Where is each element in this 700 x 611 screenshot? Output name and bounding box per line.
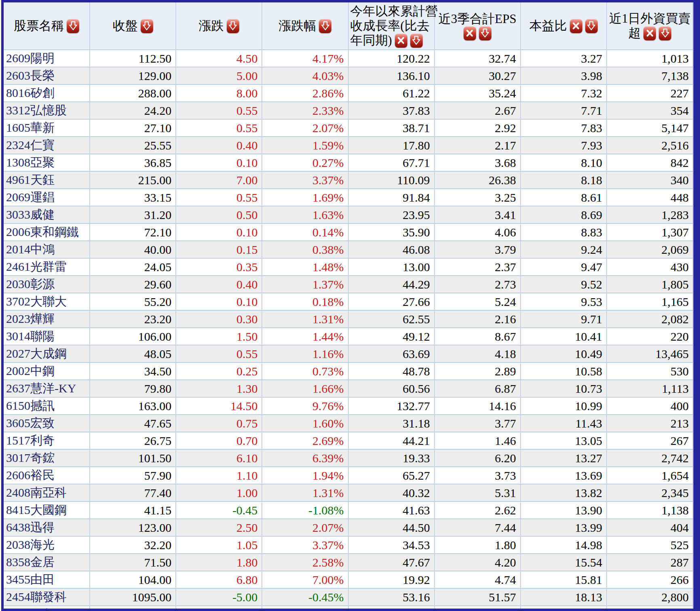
change-cell: 1.00 xyxy=(176,484,262,501)
ytd-revenue-growth-cell: 37.83 xyxy=(348,102,434,119)
stock-row: 3605宏致47.650.751.60%31.183.7711.43213 xyxy=(4,415,693,432)
foreign-net-cell: 443 xyxy=(607,606,693,609)
change-cell: 1.30 xyxy=(176,380,262,397)
eps-3q-cell: 4.18 xyxy=(434,345,521,362)
close-cell: 24.05 xyxy=(90,258,176,276)
foreign-net-cell: 400 xyxy=(607,397,693,415)
pe-cell: 7.32 xyxy=(521,84,607,102)
name-cell: 6438迅得 xyxy=(4,519,90,536)
ytd-revenue-growth-cell: 91.84 xyxy=(348,189,434,206)
stock-row: 6438迅得123.002.502.07%44.507.4413.99404 xyxy=(4,519,693,536)
foreign-net-cell: 448 xyxy=(607,189,693,206)
ytd-revenue-growth-cell: 54.72 xyxy=(348,606,434,609)
remove-column-icon[interactable] xyxy=(643,26,656,40)
ytd-revenue-growth-cell: 44.50 xyxy=(348,519,434,536)
foreign-net-cell: 1,013 xyxy=(607,50,693,67)
change-cell: 0.40 xyxy=(176,137,262,154)
name-cell: 3305昇貿 xyxy=(4,606,90,609)
name-cell: 2637慧洋-KY xyxy=(4,380,90,397)
close-cell: 71.50 xyxy=(90,554,176,571)
eps-3q-cell: 8.67 xyxy=(434,328,521,345)
stock-row: 2002中鋼34.500.250.73%48.782.8910.58530 xyxy=(4,362,693,380)
change-pct-cell: 2.33% xyxy=(262,102,348,119)
column-label: 漲跌 xyxy=(199,19,224,33)
stock-row: 2606裕民57.901.101.94%65.273.7313.691,654 xyxy=(4,467,693,484)
sort-descending-icon[interactable] xyxy=(227,19,239,33)
stock-screener-panel: 股票名稱收盤漲跌漲跌幅今年以來累計營收成長率(比去年同期)近3季合計EPS本益比… xyxy=(4,2,694,609)
close-cell: 75.40 xyxy=(90,606,176,609)
change-pct-cell: 1.31% xyxy=(262,484,348,501)
foreign-net-cell: 13,465 xyxy=(607,345,693,362)
stock-row: 2014中鴻40.000.150.38%46.083.799.242,069 xyxy=(4,241,693,258)
close-cell: 1095.00 xyxy=(90,588,176,606)
change-pct-cell: 1.37% xyxy=(262,276,348,293)
eps-3q-cell: 3.25 xyxy=(434,189,521,206)
column-label: 本益比 xyxy=(529,19,567,33)
change-pct-cell: 2.86% xyxy=(262,84,348,102)
foreign-net-cell: 354 xyxy=(607,102,693,119)
foreign-net-cell: 1,283 xyxy=(607,206,693,223)
name-cell: 3702大聯大 xyxy=(4,293,90,310)
close-cell: 31.20 xyxy=(90,206,176,223)
ytd-revenue-growth-cell: 31.18 xyxy=(348,415,434,432)
close-cell: 47.65 xyxy=(90,415,176,432)
change-cell: 0.75 xyxy=(176,415,262,432)
pe-cell: 13.99 xyxy=(521,519,607,536)
name-cell: 2603長榮 xyxy=(4,67,90,84)
stock-screener-table: 股票名稱收盤漲跌漲跌幅今年以來累計營收成長率(比去年同期)近3季合計EPS本益比… xyxy=(4,2,693,609)
change-cell: 1.80 xyxy=(176,554,262,571)
foreign-net-cell: 1,138 xyxy=(607,501,693,519)
close-cell: 41.15 xyxy=(90,501,176,519)
change-pct-cell: 6.39% xyxy=(262,449,348,467)
ytd-revenue-growth-cell: 41.63 xyxy=(348,501,434,519)
column-header-pe: 本益比 xyxy=(521,2,607,50)
pe-cell: 8.83 xyxy=(521,223,607,241)
remove-column-icon[interactable] xyxy=(464,26,476,40)
sort-descending-icon[interactable] xyxy=(67,19,79,33)
change-cell: 0.55 xyxy=(176,345,262,362)
ytd-revenue-growth-cell: 17.80 xyxy=(348,137,434,154)
column-header-change-pct: 漲跌幅 xyxy=(262,2,348,50)
sort-descending-icon[interactable] xyxy=(141,19,153,33)
change-cell: 1.50 xyxy=(176,328,262,345)
column-header-change: 漲跌 xyxy=(176,2,262,50)
eps-3q-cell: 51.57 xyxy=(434,588,521,606)
column-header-foreign-net: 近1日外資買賣超 xyxy=(607,2,693,50)
name-cell: 2002中鋼 xyxy=(4,362,90,380)
change-pct-cell: 4.03% xyxy=(262,67,348,84)
remove-column-icon[interactable] xyxy=(395,34,407,48)
sort-descending-icon[interactable] xyxy=(659,26,671,40)
pe-cell: 19.28 xyxy=(521,606,607,609)
ytd-revenue-growth-cell: 40.32 xyxy=(348,484,434,501)
pe-cell: 9.52 xyxy=(521,276,607,293)
name-cell: 2030彰源 xyxy=(4,276,90,293)
close-cell: 36.85 xyxy=(90,154,176,171)
change-cell: 2.70 xyxy=(176,606,262,609)
stock-row: 3702大聯大55.200.100.18%27.665.249.531,165 xyxy=(4,293,693,310)
close-cell: 27.10 xyxy=(90,119,176,137)
change-cell: 5.00 xyxy=(176,67,262,84)
column-label: 近1日外資買賣 xyxy=(609,11,691,26)
ytd-revenue-growth-cell: 48.78 xyxy=(348,362,434,380)
foreign-net-cell: 220 xyxy=(607,328,693,345)
foreign-net-cell: 2,082 xyxy=(607,310,693,328)
pe-cell: 13.05 xyxy=(521,432,607,449)
name-cell: 8415大國鋼 xyxy=(4,501,90,519)
ytd-revenue-growth-cell: 27.66 xyxy=(348,293,434,310)
sort-descending-icon[interactable] xyxy=(410,34,423,48)
column-label: 近3季合計EPS xyxy=(439,12,517,26)
name-cell: 3605宏致 xyxy=(4,415,90,432)
sort-descending-icon[interactable] xyxy=(585,19,598,33)
sort-descending-icon[interactable] xyxy=(479,26,491,40)
ytd-revenue-growth-cell: 46.08 xyxy=(348,241,434,258)
eps-3q-cell: 1.80 xyxy=(434,536,521,554)
stock-row: 3312弘憶股24.200.552.33%37.832.677.71354 xyxy=(4,102,693,119)
remove-column-icon[interactable] xyxy=(570,19,582,33)
change-pct-cell: 3.37% xyxy=(262,171,348,189)
close-cell: 32.20 xyxy=(90,536,176,554)
close-cell: 72.10 xyxy=(90,223,176,241)
eps-3q-cell: 5.31 xyxy=(434,484,521,501)
close-cell: 24.20 xyxy=(90,102,176,119)
sort-descending-icon[interactable] xyxy=(319,19,331,33)
change-cell: 0.10 xyxy=(176,293,262,310)
